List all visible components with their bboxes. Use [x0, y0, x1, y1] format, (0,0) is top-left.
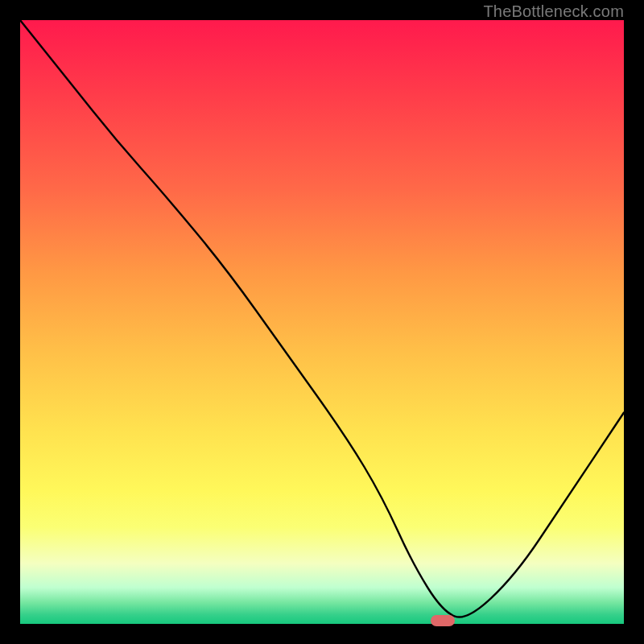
curve-svg	[20, 20, 624, 624]
watermark-text: TheBottleneck.com	[483, 2, 624, 21]
chart-container: TheBottleneck.com	[0, 0, 644, 644]
optimal-marker	[431, 615, 455, 626]
plot-area: TheBottleneck.com	[20, 20, 624, 624]
bottleneck-curve-path	[20, 20, 624, 617]
